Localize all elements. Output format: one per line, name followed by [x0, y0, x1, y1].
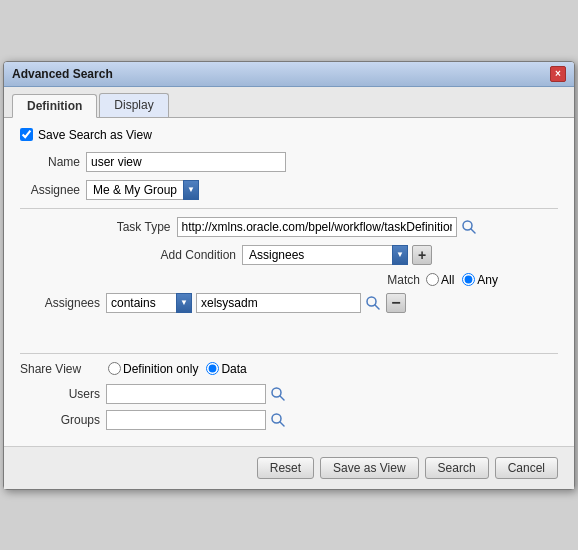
match-row: Match All Any	[20, 273, 558, 287]
title-bar: Advanced Search ×	[4, 62, 574, 87]
name-label: Name	[20, 155, 80, 169]
share-definition-only-label[interactable]: Definition only	[108, 362, 198, 376]
users-input[interactable]	[106, 384, 266, 404]
share-data-radio[interactable]	[206, 362, 219, 375]
tab-content: Save Search as View Name Assignee Me & M…	[4, 118, 574, 446]
contains-dropdown-arrow[interactable]	[176, 293, 192, 313]
assignee-value[interactable]: Me & My Group	[86, 180, 183, 200]
save-as-view-button[interactable]: Save as View	[320, 457, 419, 479]
assignee-row: Assignee Me & My Group	[20, 180, 558, 200]
groups-label: Groups	[20, 413, 100, 427]
task-type-input[interactable]	[177, 217, 457, 237]
match-any-text: Any	[477, 273, 498, 287]
add-condition-row: Add Condition Assignees +	[20, 245, 558, 265]
cancel-button[interactable]: Cancel	[495, 457, 558, 479]
assignees-input[interactable]	[196, 293, 361, 313]
tab-display[interactable]: Display	[99, 93, 168, 117]
users-search-icon[interactable]	[269, 385, 287, 403]
match-all-text: All	[441, 273, 454, 287]
dialog-title: Advanced Search	[12, 67, 113, 81]
share-view-row: Share View Definition only Data	[20, 362, 558, 376]
task-type-search-icon[interactable]	[460, 218, 478, 236]
assignee-dropdown-arrow[interactable]	[183, 180, 199, 200]
assignee-select-wrapper: Me & My Group	[86, 180, 199, 200]
groups-input[interactable]	[106, 410, 266, 430]
name-input[interactable]	[86, 152, 286, 172]
share-view-label: Share View	[20, 362, 100, 376]
tab-definition[interactable]: Definition	[12, 94, 97, 118]
users-label: Users	[20, 387, 100, 401]
match-any-radio[interactable]	[462, 273, 475, 286]
match-any-label[interactable]: Any	[462, 273, 498, 287]
share-view-radio-group: Definition only Data	[108, 362, 247, 376]
contains-value[interactable]: contains	[106, 293, 176, 313]
name-row: Name	[20, 152, 558, 172]
svg-line-5	[280, 396, 284, 400]
task-type-label: Task Type	[101, 220, 171, 234]
share-view-section: Share View Definition only Data Users	[20, 353, 558, 430]
save-search-row: Save Search as View	[20, 128, 558, 142]
share-definition-only-radio[interactable]	[108, 362, 121, 375]
groups-search-icon[interactable]	[269, 411, 287, 429]
groups-row: Groups	[20, 410, 558, 430]
assignee-label: Assignee	[20, 183, 80, 197]
add-condition-button[interactable]: +	[412, 245, 432, 265]
save-search-checkbox[interactable]	[20, 128, 33, 141]
match-radio-group: All Any	[426, 273, 498, 287]
reset-button[interactable]: Reset	[257, 457, 314, 479]
advanced-search-dialog: Advanced Search × Definition Display Sav…	[3, 61, 575, 490]
share-definition-only-text: Definition only	[123, 362, 198, 376]
share-data-label[interactable]: Data	[206, 362, 246, 376]
match-all-radio[interactable]	[426, 273, 439, 286]
remove-condition-button[interactable]: −	[386, 293, 406, 313]
add-condition-select-wrapper: Assignees	[242, 245, 408, 265]
close-button[interactable]: ×	[550, 66, 566, 82]
footer: Reset Save as View Search Cancel	[4, 446, 574, 489]
contains-select-wrapper: contains	[106, 293, 192, 313]
add-condition-value[interactable]: Assignees	[242, 245, 392, 265]
save-search-label: Save Search as View	[38, 128, 152, 142]
match-label: Match	[387, 273, 420, 287]
assignees-label: Assignees	[20, 296, 100, 310]
task-type-row: Task Type	[20, 217, 558, 237]
svg-line-3	[375, 305, 379, 309]
assignees-row: Assignees contains −	[20, 293, 558, 313]
svg-line-1	[471, 229, 475, 233]
svg-line-7	[280, 422, 284, 426]
search-button[interactable]: Search	[425, 457, 489, 479]
assignees-search-icon[interactable]	[364, 294, 382, 312]
tab-bar: Definition Display	[4, 87, 574, 118]
add-condition-dropdown-arrow[interactable]	[392, 245, 408, 265]
add-condition-label: Add Condition	[146, 248, 236, 262]
match-all-label[interactable]: All	[426, 273, 454, 287]
share-data-text: Data	[221, 362, 246, 376]
users-row: Users	[20, 384, 558, 404]
